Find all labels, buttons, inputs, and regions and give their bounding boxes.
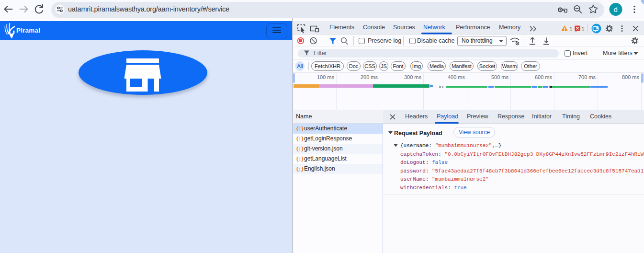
svg-text:1: 1 — [569, 26, 573, 33]
svg-text:d: d — [614, 6, 618, 13]
svg-text:1: 1 — [581, 26, 585, 33]
